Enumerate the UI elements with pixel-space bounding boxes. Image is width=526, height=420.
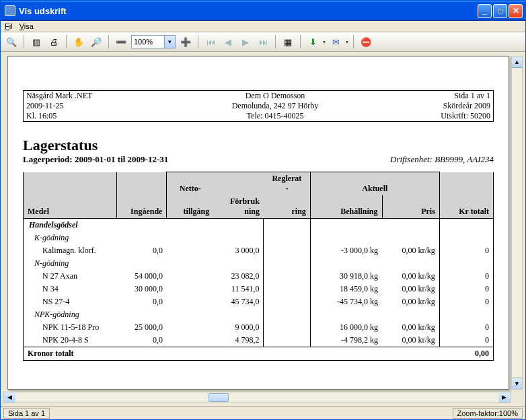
toolbar: 🔍 ▥ 🖨 ✋ 🔎 ➖ ▾ ➕ ⏮ ◀ ▶ ⏭ ▦ ⬇ ▾ ✉ ▾ ⛔ (1, 32, 525, 52)
table-row: N 27 Axan54 000,023 082,030 918,0 kg0,00… (24, 270, 494, 283)
footer-value: 0,00 (439, 347, 493, 361)
hdr-tele: Tele: 0415-40025 (147, 111, 403, 121)
hdr-print: Utskrift: 50200 (403, 111, 490, 121)
zoom-dropdown-icon[interactable]: ▾ (164, 36, 175, 48)
table-row: NPK 20-4-8 S0,04 798,2-4 798,2 kg0,00 kr… (24, 334, 494, 347)
scroll-down-icon[interactable]: ▼ (512, 378, 522, 389)
content-area: Näsgård Mark .NET Dem O Demosson Sida 1 … (1, 52, 525, 406)
hand-icon[interactable]: ✋ (71, 34, 86, 49)
zoom-in-icon[interactable]: ➕ (178, 34, 193, 49)
nav-prev-icon[interactable]: ◀ (221, 34, 235, 49)
col-ring: ring (264, 195, 310, 219)
col-krtotalt: Kr totalt (439, 172, 493, 219)
col-behallning: Behållning (310, 195, 382, 219)
scroll-left-icon[interactable]: ◀ (4, 392, 15, 403)
window: Vis udskrift _ □ ✕ Fil Visa 🔍 ▥ 🖨 ✋ 🔎 ➖ … (0, 0, 526, 420)
col-ingaende: Ingående (116, 172, 167, 219)
titlebar: Vis udskrift _ □ ✕ (1, 1, 525, 21)
zoom-out-icon[interactable]: ➖ (114, 34, 128, 49)
window-title: Vis udskrift (19, 6, 478, 16)
nav-next-icon[interactable]: ▶ (238, 34, 253, 49)
table-row: Kalimagn. klorf.0,03 000,0-3 000,0 kg0,0… (24, 244, 494, 257)
app-icon (5, 5, 15, 16)
zoom-combo[interactable]: ▾ (131, 35, 176, 48)
menu-view[interactable]: Visa (20, 22, 34, 30)
multipage-icon[interactable]: ▦ (280, 34, 295, 49)
close-preview-icon[interactable]: ⛔ (359, 34, 373, 49)
zoom-input[interactable] (132, 37, 164, 46)
scroll-up-icon[interactable]: ▲ (512, 57, 522, 68)
col-tillgang: tillgång (167, 195, 213, 219)
col-pris: Pris (382, 195, 439, 219)
subgroup-row: N-gödning (24, 257, 264, 270)
binoculars-icon[interactable]: 🔍 (4, 34, 19, 49)
table-row: NPK 11-5-18 Pro25 000,09 000,016 000,0 k… (24, 321, 494, 334)
menu-file[interactable]: Fil (5, 22, 13, 30)
hdr-time: Kl. 16:05 (26, 111, 147, 121)
col-medel: Medel (24, 172, 117, 219)
menubar: Fil Visa (1, 21, 525, 32)
table-row: N 3430 000,011 541,018 459,0 kg0,00 kr/k… (24, 283, 494, 295)
nav-last-icon[interactable]: ⏭ (256, 34, 270, 49)
report-title: Lagerstatus (23, 137, 494, 154)
table-row: NS 27-40,045 734,0-45 734,0 kg0,00 kr/kg… (24, 295, 494, 308)
zoom-tool-icon[interactable]: 🔎 (89, 34, 104, 49)
footer-label: Kronor totalt (24, 347, 440, 361)
hdr-page: Sida 1 av 1 (403, 91, 490, 101)
status-zoom: Zoom-faktor:100% (453, 408, 523, 419)
horizontal-scrollbar[interactable]: ◀ ▶ (3, 392, 511, 403)
hdr-app: Näsgård Mark .NET (26, 91, 147, 101)
report-table: Medel Ingående Netto- Reglerat- Aktuell … (23, 172, 494, 361)
print-icon[interactable]: 🖨 (46, 34, 61, 49)
maximize-button[interactable]: □ (493, 4, 507, 18)
nav-first-icon[interactable]: ⏮ (203, 34, 218, 49)
print-preview-page: Näsgård Mark .NET Dem O Demosson Sida 1 … (7, 56, 509, 390)
thumbnails-icon[interactable]: ▥ (29, 34, 44, 49)
hdr-address: Demolunda, 242 97 Hörby (147, 101, 403, 111)
minimize-button[interactable]: _ (478, 4, 492, 18)
report-header-box: Näsgård Mark .NET Dem O Demosson Sida 1 … (23, 90, 494, 122)
col-aktuell: Aktuell (310, 172, 439, 196)
report-unit: Driftsenhet: BB9999, AAI234 (390, 154, 494, 165)
mail-icon[interactable]: ✉ (328, 34, 343, 49)
status-page: Sida 1 av 1 (3, 408, 50, 419)
export-icon[interactable]: ⬇ (305, 34, 320, 49)
hdr-company: Dem O Demosson (147, 91, 403, 101)
report-period: Lagerperiod: 2009-01-01 til 2009-12-31 (23, 154, 390, 165)
scroll-thumb[interactable] (209, 393, 229, 402)
hdr-date: 2009-11-25 (26, 101, 147, 111)
col-forbruk: Förbruk ning (213, 195, 264, 219)
subgroup-row: NPK-gödning (24, 308, 264, 321)
statusbar: Sida 1 av 1 Zoom-faktor:100% (1, 406, 525, 419)
category-row: Handelsgödsel (24, 219, 264, 232)
scroll-right-icon[interactable]: ▶ (498, 392, 510, 403)
close-button[interactable]: ✕ (509, 4, 523, 18)
vertical-scrollbar[interactable]: ▲ ▼ (511, 56, 523, 390)
subgroup-row: K-gödning (24, 232, 264, 244)
hdr-year: Skördeår 2009 (403, 101, 490, 111)
